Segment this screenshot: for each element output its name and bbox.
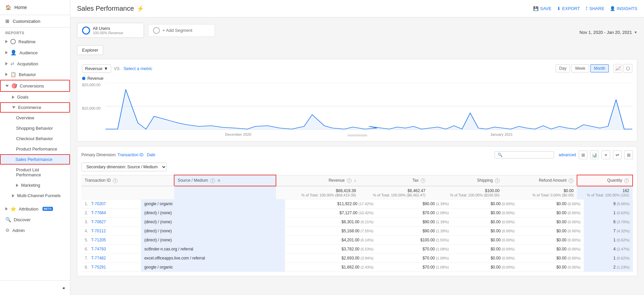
table-body: $68,419.39 % of Total: 100.00% ($68,419.… (81, 186, 633, 199)
sidebar-item-audience[interactable]: 👤 Audience (0, 47, 70, 58)
pie-chart-icon[interactable]: ⬡ (624, 64, 632, 73)
day-button[interactable]: Day (556, 64, 570, 72)
sidebar-item-overview[interactable]: Overview (0, 113, 70, 123)
th-shipping-help-icon[interactable]: ? (495, 178, 500, 183)
cell-quantity: 6 (3.70%) (584, 218, 633, 227)
sidebar-item-label: Shopping Behavior (16, 126, 53, 131)
list-view-icon[interactable]: ≡ (601, 151, 610, 159)
transaction-id-link[interactable]: T-77482 (91, 256, 106, 260)
all-users-segment[interactable]: All Users 100.00% Revenue (77, 23, 144, 38)
x-label-dec: December 2020 (225, 132, 251, 136)
month-button[interactable]: Month (590, 64, 609, 72)
totals-shipping: $100.00 % of Total: 100.00% ($100.00) (429, 186, 503, 199)
line-chart-icon[interactable]: 📈 (614, 64, 622, 73)
select-metric-link[interactable]: Select a metric (124, 66, 152, 71)
sidebar-item-discover[interactable]: 🔍 Discover (0, 214, 70, 225)
chart-wrapper: $20,000.00 $10,000.00 (82, 83, 632, 136)
metric-dropdown[interactable]: Revenue ▼ (82, 64, 111, 73)
sidebar-item-customization[interactable]: ⊞ Customization (0, 15, 70, 27)
sidebar-item-label: Behavior (19, 72, 36, 77)
sidebar-item-acquisition[interactable]: ⇄ Acquisition (0, 58, 70, 69)
add-segment-pill[interactable]: + Add Segment (148, 24, 215, 37)
explorer-tab[interactable]: Explorer (77, 45, 103, 55)
sidebar-item-behavior[interactable]: 📋 Behavior (0, 69, 70, 80)
transaction-id-link[interactable]: T-70627 (91, 220, 106, 224)
totals-revenue: $68,419.39 % of Total: 100.00% ($68,419.… (276, 186, 359, 199)
th-refund-help-icon[interactable]: ? (569, 178, 573, 183)
date-range-selector[interactable]: Nov 1, 2020 - Jan 20, 2021 ▼ (579, 30, 637, 35)
transaction-id-link[interactable]: T-70112 (91, 229, 106, 233)
grid-view-icon[interactable]: ⊞ (579, 151, 587, 159)
date-link[interactable]: Date (147, 153, 155, 157)
sidebar-item-admin[interactable]: ⚙ Admin (0, 225, 70, 236)
cell-source-medium: google / organic (141, 263, 285, 272)
cell-quantity: 7 (4.32%) (584, 227, 633, 236)
th-quantity-help-icon[interactable]: ? (624, 178, 629, 183)
search-input[interactable] (504, 153, 551, 157)
totals-label (81, 186, 174, 199)
cell-transaction-id: 7. T-77482 (81, 254, 141, 263)
transaction-id-link[interactable]: T-75291 (91, 265, 106, 270)
comparison-view-icon[interactable]: ⇌ (613, 151, 622, 159)
sidebar-item-realtime[interactable]: Realtime (0, 36, 70, 47)
week-button[interactable]: Week (571, 64, 589, 72)
sidebar-bottom: ◂ (0, 280, 70, 295)
sidebar-item-shopping-behavior[interactable]: Shopping Behavior (0, 123, 70, 133)
sidebar-item-ecommerce[interactable]: Ecommerce (0, 102, 70, 113)
collapse-sidebar-button[interactable]: ◂ (0, 283, 70, 292)
th-refund-amount[interactable]: Refund Amount ? (503, 175, 577, 186)
transaction-id-link[interactable]: T-70207 (91, 201, 106, 206)
expand-icon (16, 184, 18, 187)
sidebar-item-product-performance[interactable]: Product Performance (0, 144, 70, 154)
bar-view-icon[interactable]: 📊 (590, 151, 599, 159)
sidebar-item-marketing[interactable]: Marketing (0, 180, 70, 190)
th-revenue[interactable]: Revenue ? ↓ (276, 175, 359, 186)
legend-label: Revenue (87, 76, 103, 81)
sidebar-item-checkout-behavior[interactable]: Checkout Behavior (0, 133, 70, 144)
th-source-medium-filter-icon[interactable]: ⊘ (217, 178, 220, 182)
time-toggles: Day Week Month (556, 64, 609, 72)
sidebar-item-home[interactable]: 🏠 Home (0, 0, 70, 15)
sidebar-item-goals[interactable]: Goals (0, 92, 70, 102)
save-icon: 💾 (533, 6, 539, 11)
transaction-id-link[interactable]: T-71205 (91, 238, 106, 242)
cell-refund: $0.00 (0.00%) (518, 245, 584, 254)
cell-transaction-id: 3. T-70627 (81, 218, 141, 227)
sidebar-item-multi-channel-funnels[interactable]: Multi-Channel Funnels (0, 190, 70, 201)
export-button[interactable]: ⬇ EXPORT (557, 6, 580, 11)
th-source-medium-help-icon[interactable]: ? (210, 178, 215, 183)
th-transaction-id[interactable]: Transaction ID ? (81, 175, 174, 186)
x-label-jan: January 2021 (490, 132, 513, 136)
acquisition-icon: ⇄ (10, 61, 14, 66)
pivot-view-icon[interactable]: ⊞ (624, 151, 633, 159)
share-button[interactable]: ⤴ SHARE (585, 6, 604, 11)
secondary-dimension-dropdown[interactable]: Secondary dimension: Source / Medium (81, 163, 167, 171)
th-revenue-help-icon[interactable]: ? (347, 178, 352, 183)
x-axis-labels: December 2020 January 2021 (105, 132, 632, 136)
insights-button[interactable]: 👤 INSIGHTS (610, 6, 637, 11)
th-tax[interactable]: Tax ? (359, 175, 429, 186)
save-button[interactable]: 💾 SAVE (533, 6, 552, 11)
transaction-id-link[interactable]: T-74793 (91, 247, 106, 251)
th-transaction-id-help-icon[interactable]: ? (113, 178, 118, 183)
sidebar-item-attribution[interactable]: ⭐ Attribution BETA (0, 203, 70, 214)
sidebar-item-label: Audience (19, 50, 38, 55)
th-tax-help-icon[interactable]: ? (421, 178, 425, 183)
discover-icon: 🔍 (5, 217, 11, 222)
cell-refund: $0.00 (0.00%) (518, 263, 584, 272)
table-header-row: Transaction ID ? Source / Medium ? ⊘ Rev… (81, 175, 633, 186)
cell-refund: $0.00 (0.00%) (518, 227, 584, 236)
transaction-id-link[interactable]: T-77684 (91, 211, 106, 215)
sidebar-item-conversions[interactable]: 🎯 Conversions (0, 80, 70, 92)
chart-scroll-indicator (347, 134, 367, 136)
transaction-id-link[interactable]: Transaction ID (118, 153, 144, 157)
sidebar-item-product-list-performance[interactable]: Product List Performance (0, 165, 70, 180)
customization-label: Customization (13, 19, 40, 24)
th-quantity[interactable]: Quantity ? (577, 175, 633, 186)
sidebar-item-label: Realtime (18, 39, 35, 44)
sidebar-item-sales-performance[interactable]: Sales Performance (0, 154, 70, 165)
advanced-link[interactable]: advanced (559, 153, 576, 157)
th-shipping[interactable]: Shipping ? (429, 175, 503, 186)
th-source-medium[interactable]: Source / Medium ? ⊘ (174, 175, 276, 186)
sidebar-item-label: Conversions (20, 83, 44, 88)
